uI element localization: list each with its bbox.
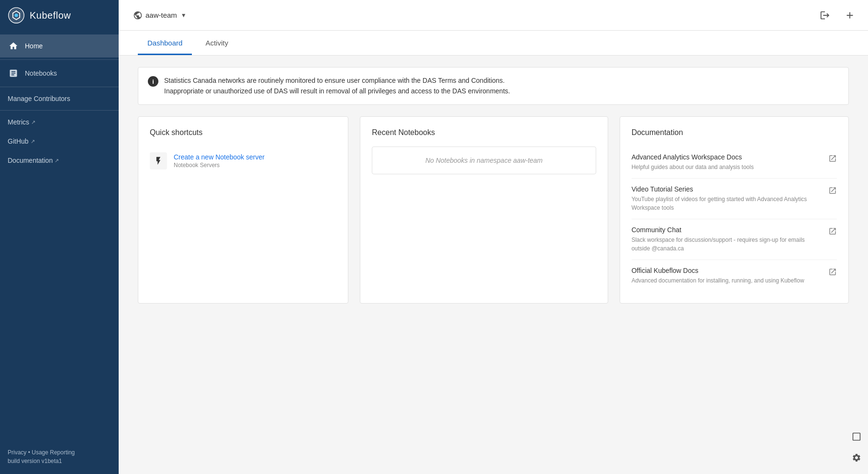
shortcut-item-new-notebook[interactable]: Create a new Notebook server Notebook Se… bbox=[150, 147, 336, 175]
doc-title-chat: Community Chat bbox=[632, 226, 823, 234]
namespace-text: aaw-team bbox=[145, 11, 177, 19]
add-button[interactable] bbox=[841, 7, 858, 24]
alert-banner: i Statistics Canada networks are routine… bbox=[138, 67, 849, 105]
tab-activity[interactable]: Activity bbox=[196, 32, 238, 55]
sidebar-item-manage-contributors[interactable]: Manage Contributors bbox=[0, 89, 119, 108]
doc-ext-icon-video bbox=[828, 186, 837, 197]
doc-item-video-tutorials[interactable]: Video Tutorial Series YouTube playlist o… bbox=[632, 179, 837, 219]
home-icon bbox=[8, 40, 19, 52]
sidebar-item-metrics[interactable]: Metrics ↗ bbox=[0, 113, 119, 132]
namespace-icon bbox=[133, 11, 143, 20]
privacy-link[interactable]: Privacy bbox=[8, 449, 26, 456]
sidebar-metrics-label: Metrics bbox=[8, 118, 29, 126]
doc-text: Advanced Analytics Workspace Docs Helpfu… bbox=[632, 153, 754, 171]
doc-ext-icon-kf bbox=[828, 268, 837, 278]
lightning-icon bbox=[150, 152, 167, 169]
main-content: aaw-team ▼ Dashboard Activity i S bbox=[119, 0, 868, 474]
logout-button[interactable] bbox=[816, 7, 834, 24]
settings-icon-button[interactable] bbox=[848, 449, 865, 466]
kubeflow-logo bbox=[8, 7, 25, 24]
sidebar-nav: Home Notebooks Manage Contributors Metri… bbox=[0, 31, 119, 443]
sidebar-item-home[interactable]: Home bbox=[0, 34, 119, 57]
sidebar-item-github[interactable]: GitHub ↗ bbox=[0, 132, 119, 151]
sidebar-divider-2 bbox=[0, 87, 119, 87]
doc-title-kf: Official Kubeflow Docs bbox=[632, 267, 804, 274]
doc-text: Official Kubeflow Docs Advanced document… bbox=[632, 267, 804, 285]
build-version: build version v1beta1 bbox=[8, 458, 111, 464]
svg-rect-2 bbox=[853, 433, 860, 440]
doc-title-aaw: Advanced Analytics Workspace Docs bbox=[632, 153, 754, 161]
content-tabs: Dashboard Activity bbox=[119, 31, 868, 56]
doc-text: Video Tutorial Series YouTube playlist o… bbox=[632, 185, 823, 212]
svg-point-1 bbox=[14, 13, 18, 17]
shortcut-sub-label: Notebook Servers bbox=[174, 162, 265, 169]
sidebar-github-label: GitHub bbox=[8, 137, 29, 145]
recent-notebooks-card: Recent Notebooks No Notebooks in namespa… bbox=[360, 116, 608, 304]
recent-notebooks-title: Recent Notebooks bbox=[372, 128, 596, 137]
sidebar-manage-contributors-label: Manage Contributors bbox=[8, 95, 70, 102]
alert-icon: i bbox=[148, 76, 158, 87]
doc-desc-kf: Advanced documentation for installing, r… bbox=[632, 276, 804, 285]
doc-text: Community Chat Slack workspace for discu… bbox=[632, 226, 823, 253]
doc-desc-video: YouTube playlist of videos for getting s… bbox=[632, 195, 823, 212]
doc-item-aaw-docs[interactable]: Advanced Analytics Workspace Docs Helpfu… bbox=[632, 147, 837, 179]
sidebar-header: Kubeflow bbox=[0, 0, 119, 31]
sidebar-divider-1 bbox=[0, 59, 119, 60]
sidebar-item-documentation[interactable]: Documentation ↗ bbox=[0, 151, 119, 170]
sidebar-item-notebooks[interactable]: Notebooks bbox=[0, 62, 119, 85]
topbar-actions bbox=[816, 7, 858, 24]
page-content: i Statistics Canada networks are routine… bbox=[119, 56, 868, 474]
documentation-card: Documentation Advanced Analytics Workspa… bbox=[620, 116, 849, 304]
alert-text: Statistics Canada networks are routinely… bbox=[164, 75, 510, 97]
sidebar-notebooks-label: Notebooks bbox=[25, 69, 57, 77]
usage-reporting-link[interactable]: Usage Reporting bbox=[32, 449, 75, 456]
sidebar-divider-3 bbox=[0, 110, 119, 111]
alert-line1: Statistics Canada networks are routinely… bbox=[164, 77, 505, 84]
empty-notebooks-message: No Notebooks in namespace aaw-team bbox=[372, 147, 596, 174]
doc-desc-chat: Slack workspace for discussion/support -… bbox=[632, 236, 823, 253]
doc-ext-icon-chat bbox=[828, 227, 837, 237]
topbar: aaw-team ▼ bbox=[119, 0, 868, 31]
doc-title-video: Video Tutorial Series bbox=[632, 185, 823, 193]
shortcuts-title: Quick shortcuts bbox=[150, 128, 336, 137]
alert-line2: Inappropriate or unauthorized use of DAS… bbox=[164, 87, 510, 95]
sidebar-app-title: Kubeflow bbox=[30, 10, 71, 21]
documentation-title: Documentation bbox=[632, 128, 837, 137]
right-bottom-icons bbox=[848, 428, 865, 466]
namespace-dropdown-arrow: ▼ bbox=[181, 12, 187, 19]
shortcut-text: Create a new Notebook server Notebook Se… bbox=[174, 153, 265, 169]
namespace-selector[interactable]: aaw-team ▼ bbox=[128, 8, 191, 23]
doc-item-community-chat[interactable]: Community Chat Slack workspace for discu… bbox=[632, 219, 837, 260]
doc-item-kubeflow-docs[interactable]: Official Kubeflow Docs Advanced document… bbox=[632, 260, 837, 292]
sidebar-documentation-label: Documentation bbox=[8, 157, 53, 164]
metrics-external-icon: ↗ bbox=[31, 119, 35, 125]
notebooks-icon bbox=[8, 68, 19, 79]
doc-ext-icon-aaw bbox=[828, 154, 837, 165]
tab-dashboard[interactable]: Dashboard bbox=[138, 32, 192, 55]
sidebar-home-label: Home bbox=[25, 42, 43, 50]
documentation-external-icon: ↗ bbox=[55, 158, 59, 164]
shortcut-main-label: Create a new Notebook server bbox=[174, 153, 265, 161]
doc-desc-aaw: Helpful guides about our data and analys… bbox=[632, 163, 754, 171]
sidebar: Kubeflow Home Notebooks Manage Cont bbox=[0, 0, 119, 474]
cards-row: Quick shortcuts Create a new Notebook se… bbox=[138, 116, 849, 304]
square-icon-button[interactable] bbox=[848, 428, 865, 445]
github-external-icon: ↗ bbox=[31, 138, 35, 145]
sidebar-footer: Privacy • Usage Reporting build version … bbox=[0, 443, 119, 474]
shortcuts-card: Quick shortcuts Create a new Notebook se… bbox=[138, 116, 348, 304]
